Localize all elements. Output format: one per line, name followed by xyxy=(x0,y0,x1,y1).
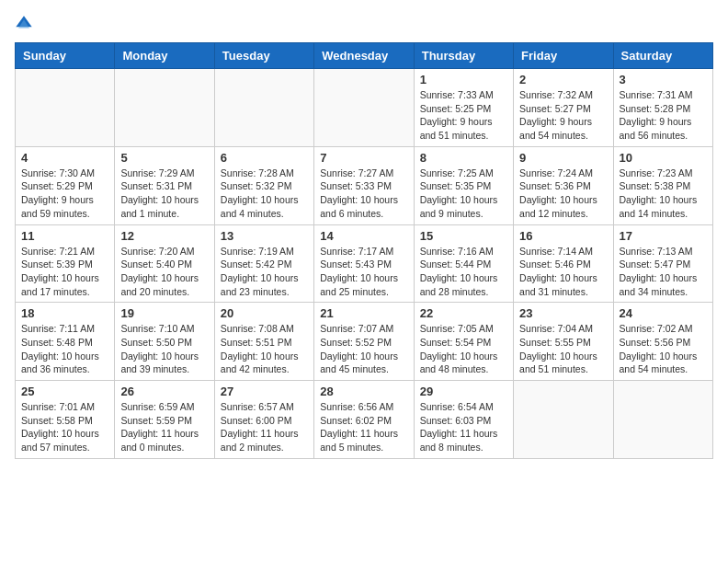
day-detail: Sunrise: 6:59 AM Sunset: 5:59 PM Dayligh… xyxy=(120,400,208,454)
calendar-header-row: SundayMondayTuesdayWednesdayThursdayFrid… xyxy=(16,43,713,69)
calendar-cell: 9Sunrise: 7:24 AM Sunset: 5:36 PM Daylig… xyxy=(514,146,613,224)
day-number: 12 xyxy=(120,229,208,243)
day-detail: Sunrise: 7:10 AM Sunset: 5:50 PM Dayligh… xyxy=(120,322,208,376)
calendar-table: SundayMondayTuesdayWednesdayThursdayFrid… xyxy=(15,42,713,459)
calendar-cell xyxy=(514,381,613,459)
day-detail: Sunrise: 7:32 AM Sunset: 5:27 PM Dayligh… xyxy=(519,88,607,143)
day-detail: Sunrise: 7:13 AM Sunset: 5:47 PM Dayligh… xyxy=(620,245,707,299)
calendar-cell xyxy=(214,69,313,147)
day-detail: Sunrise: 7:07 AM Sunset: 5:52 PM Dayligh… xyxy=(320,322,407,376)
calendar-cell: 1Sunrise: 7:33 AM Sunset: 5:25 PM Daylig… xyxy=(414,69,513,147)
day-number: 4 xyxy=(21,151,108,165)
calendar-week-row: 1Sunrise: 7:33 AM Sunset: 5:25 PM Daylig… xyxy=(16,69,713,147)
day-detail: Sunrise: 7:25 AM Sunset: 5:35 PM Dayligh… xyxy=(420,167,507,221)
day-number: 7 xyxy=(320,151,407,165)
day-detail: Sunrise: 7:33 AM Sunset: 5:25 PM Dayligh… xyxy=(420,88,507,143)
day-number: 8 xyxy=(420,151,507,165)
day-number: 16 xyxy=(519,229,607,243)
day-number: 24 xyxy=(620,306,707,320)
day-detail: Sunrise: 7:08 AM Sunset: 5:51 PM Dayligh… xyxy=(221,322,308,376)
day-detail: Sunrise: 7:23 AM Sunset: 5:38 PM Dayligh… xyxy=(620,167,707,221)
weekday-header: Wednesday xyxy=(314,43,414,69)
day-detail: Sunrise: 7:02 AM Sunset: 5:56 PM Dayligh… xyxy=(620,322,707,376)
day-number: 27 xyxy=(221,385,308,398)
day-detail: Sunrise: 7:04 AM Sunset: 5:55 PM Dayligh… xyxy=(519,322,607,376)
day-detail: Sunrise: 7:24 AM Sunset: 5:36 PM Dayligh… xyxy=(519,167,607,221)
logo-icon xyxy=(15,15,33,33)
day-detail: Sunrise: 7:16 AM Sunset: 5:44 PM Dayligh… xyxy=(420,245,507,299)
day-detail: Sunrise: 7:27 AM Sunset: 5:33 PM Dayligh… xyxy=(320,167,407,221)
calendar-cell: 22Sunrise: 7:05 AM Sunset: 5:54 PM Dayli… xyxy=(414,303,513,381)
day-number: 22 xyxy=(420,306,507,320)
calendar-cell: 4Sunrise: 7:30 AM Sunset: 5:29 PM Daylig… xyxy=(16,146,115,224)
calendar-cell: 14Sunrise: 7:17 AM Sunset: 5:43 PM Dayli… xyxy=(314,224,414,303)
calendar-cell xyxy=(314,69,414,147)
calendar-cell: 25Sunrise: 7:01 AM Sunset: 5:58 PM Dayli… xyxy=(16,381,115,459)
day-number: 18 xyxy=(21,306,108,320)
day-number: 1 xyxy=(420,73,507,86)
day-number: 3 xyxy=(620,73,707,86)
day-number: 28 xyxy=(320,385,407,398)
calendar-cell: 12Sunrise: 7:20 AM Sunset: 5:40 PM Dayli… xyxy=(115,224,214,303)
day-number: 29 xyxy=(420,385,507,398)
calendar-cell xyxy=(115,69,214,147)
day-detail: Sunrise: 7:21 AM Sunset: 5:39 PM Dayligh… xyxy=(21,245,108,299)
weekday-header: Sunday xyxy=(16,43,115,69)
day-number: 2 xyxy=(519,73,607,86)
calendar-cell: 15Sunrise: 7:16 AM Sunset: 5:44 PM Dayli… xyxy=(414,224,513,303)
calendar-cell: 20Sunrise: 7:08 AM Sunset: 5:51 PM Dayli… xyxy=(214,303,313,381)
day-detail: Sunrise: 7:19 AM Sunset: 5:42 PM Dayligh… xyxy=(221,245,308,299)
calendar-cell: 5Sunrise: 7:29 AM Sunset: 5:31 PM Daylig… xyxy=(115,146,214,224)
weekday-header: Monday xyxy=(115,43,214,69)
day-number: 26 xyxy=(120,385,208,398)
calendar-cell: 2Sunrise: 7:32 AM Sunset: 5:27 PM Daylig… xyxy=(514,69,613,147)
page-header xyxy=(15,15,713,33)
calendar-cell: 19Sunrise: 7:10 AM Sunset: 5:50 PM Dayli… xyxy=(115,303,214,381)
calendar-cell: 23Sunrise: 7:04 AM Sunset: 5:55 PM Dayli… xyxy=(514,303,613,381)
weekday-header: Friday xyxy=(514,43,613,69)
day-number: 14 xyxy=(320,229,407,243)
day-number: 21 xyxy=(320,306,407,320)
calendar-cell: 13Sunrise: 7:19 AM Sunset: 5:42 PM Dayli… xyxy=(214,224,313,303)
calendar-week-row: 4Sunrise: 7:30 AM Sunset: 5:29 PM Daylig… xyxy=(16,146,713,224)
calendar-week-row: 11Sunrise: 7:21 AM Sunset: 5:39 PM Dayli… xyxy=(16,224,713,303)
day-detail: Sunrise: 6:56 AM Sunset: 6:02 PM Dayligh… xyxy=(320,400,407,454)
day-detail: Sunrise: 7:17 AM Sunset: 5:43 PM Dayligh… xyxy=(320,245,407,299)
day-number: 23 xyxy=(519,306,607,320)
calendar-cell: 28Sunrise: 6:56 AM Sunset: 6:02 PM Dayli… xyxy=(314,381,414,459)
day-number: 13 xyxy=(221,229,308,243)
calendar-cell: 3Sunrise: 7:31 AM Sunset: 5:28 PM Daylig… xyxy=(613,69,712,147)
weekday-header: Thursday xyxy=(414,43,513,69)
day-detail: Sunrise: 7:28 AM Sunset: 5:32 PM Dayligh… xyxy=(221,167,308,221)
calendar-cell: 6Sunrise: 7:28 AM Sunset: 5:32 PM Daylig… xyxy=(214,146,313,224)
day-detail: Sunrise: 6:54 AM Sunset: 6:03 PM Dayligh… xyxy=(420,400,507,454)
calendar-cell: 29Sunrise: 6:54 AM Sunset: 6:03 PM Dayli… xyxy=(414,381,513,459)
day-detail: Sunrise: 7:20 AM Sunset: 5:40 PM Dayligh… xyxy=(120,245,208,299)
logo xyxy=(15,15,37,33)
day-detail: Sunrise: 6:57 AM Sunset: 6:00 PM Dayligh… xyxy=(221,400,308,454)
day-number: 5 xyxy=(120,151,208,165)
day-number: 10 xyxy=(620,151,707,165)
day-number: 25 xyxy=(21,385,108,398)
weekday-header: Tuesday xyxy=(214,43,313,69)
day-number: 6 xyxy=(221,151,308,165)
day-number: 15 xyxy=(420,229,507,243)
day-number: 9 xyxy=(519,151,607,165)
day-detail: Sunrise: 7:14 AM Sunset: 5:46 PM Dayligh… xyxy=(519,245,607,299)
calendar-cell: 7Sunrise: 7:27 AM Sunset: 5:33 PM Daylig… xyxy=(314,146,414,224)
calendar-cell: 11Sunrise: 7:21 AM Sunset: 5:39 PM Dayli… xyxy=(16,224,115,303)
day-number: 20 xyxy=(221,306,308,320)
calendar-cell: 24Sunrise: 7:02 AM Sunset: 5:56 PM Dayli… xyxy=(613,303,712,381)
day-detail: Sunrise: 7:01 AM Sunset: 5:58 PM Dayligh… xyxy=(21,400,108,454)
calendar-week-row: 18Sunrise: 7:11 AM Sunset: 5:48 PM Dayli… xyxy=(16,303,713,381)
day-number: 17 xyxy=(620,229,707,243)
weekday-header: Saturday xyxy=(613,43,712,69)
day-detail: Sunrise: 7:30 AM Sunset: 5:29 PM Dayligh… xyxy=(21,167,108,221)
day-detail: Sunrise: 7:11 AM Sunset: 5:48 PM Dayligh… xyxy=(21,322,108,376)
day-number: 11 xyxy=(21,229,108,243)
calendar-cell: 8Sunrise: 7:25 AM Sunset: 5:35 PM Daylig… xyxy=(414,146,513,224)
calendar-cell xyxy=(613,381,712,459)
day-detail: Sunrise: 7:05 AM Sunset: 5:54 PM Dayligh… xyxy=(420,322,507,376)
calendar-cell xyxy=(16,69,115,147)
calendar-cell: 10Sunrise: 7:23 AM Sunset: 5:38 PM Dayli… xyxy=(613,146,712,224)
